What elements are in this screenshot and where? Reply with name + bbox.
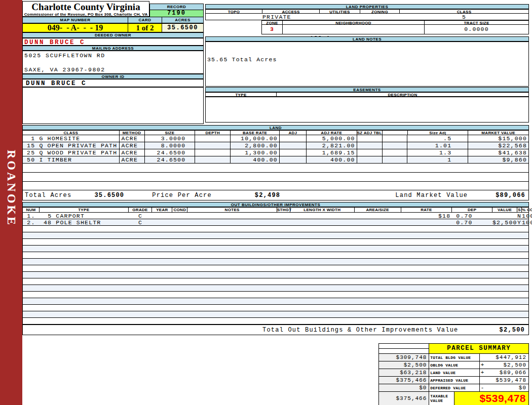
address-line-1: 5025 SCUFFLETOWN RD bbox=[23, 51, 203, 59]
col-utilities: UTILITIES bbox=[320, 10, 360, 13]
col-land-adj: ADJ bbox=[280, 131, 307, 135]
ps-current-value: $447,912 bbox=[486, 354, 528, 361]
total-acres-value: 35.6500 bbox=[94, 192, 124, 199]
ps-current-value: $89,066 bbox=[486, 369, 528, 376]
col-land-size-adj: Size Adj bbox=[408, 131, 469, 135]
col-ob-area-size: AREA/SIZE bbox=[355, 208, 401, 212]
ob-empty-row bbox=[23, 305, 528, 311]
price-per-acre-label: Price Per Acre bbox=[152, 192, 212, 199]
ps-current-cell: $539,478 bbox=[480, 377, 528, 384]
mailing-address-label: MAILING ADDRESS bbox=[22, 46, 204, 51]
taxable-value-row: $375,466 TAXABLE VALUE $539,478 bbox=[379, 392, 528, 405]
property-record-card: ROANOKE Charlotte County Virginia Commis… bbox=[0, 0, 532, 405]
land-notes-title: LAND NOTES bbox=[205, 36, 529, 42]
deeded-owner-label: DEEDED OWNER bbox=[22, 32, 204, 38]
price-per-acre-value: $2,498 bbox=[255, 192, 280, 199]
out-building-row: 1. 5 CARPORT C $18 0.70 N 100% bbox=[23, 213, 528, 219]
ps-op bbox=[480, 377, 486, 384]
ps-op: + bbox=[480, 361, 487, 369]
acres-label: ACRES bbox=[162, 17, 204, 23]
record-number: 7190 bbox=[150, 10, 203, 17]
acres-value: 35.6500 bbox=[162, 23, 204, 32]
owner-id-label: OWNER ID bbox=[22, 74, 204, 79]
parcel-summary-row: $309,748 TOTAL BLDG VALUE $447,912 bbox=[379, 354, 528, 361]
card-value: 1 of 2 bbox=[128, 23, 162, 32]
land-totals-row: Total Acres 35.6500 Price Per Acre $2,49… bbox=[22, 190, 529, 200]
parcel-summary-row: $0 DEFERRED VALUE - $0 bbox=[379, 384, 528, 392]
ob-empty-row bbox=[23, 259, 528, 265]
ob-empty-row bbox=[23, 285, 528, 292]
col-easement-type: TYPE bbox=[206, 93, 277, 96]
map-card-acres-values: 049- - A- - - 19 1 of 2 35.6500 bbox=[22, 23, 204, 32]
ob-empty-row bbox=[23, 272, 528, 278]
taxable-value: $539,478 bbox=[454, 392, 528, 405]
zoning-value bbox=[360, 14, 400, 20]
land-row: 1 G HOMESITE ACRE 3.0000 10,000.00 5,000… bbox=[23, 135, 528, 142]
land-market-value-label: Land Market Value bbox=[395, 192, 468, 199]
out-building-row: 2. 48 POLE SHELTR C 0.70 $2,500 Y 100% bbox=[23, 219, 528, 226]
col-ob-year: YEAR bbox=[152, 208, 172, 212]
land-table-rows: 1 G HOMESITE ACRE 3.0000 10,000.00 5,000… bbox=[22, 135, 529, 190]
county-name: Charlotte County Virginia bbox=[23, 2, 149, 12]
record-box: RECORD 7190 bbox=[149, 4, 204, 17]
col-ob-cond: COND bbox=[172, 208, 187, 212]
deeded-owner-value: DUNN BRUCE C bbox=[22, 38, 204, 46]
parcel-summary-title: PARCEL SUMMARY bbox=[429, 344, 528, 354]
tract-size-value: 0.0000 bbox=[425, 25, 528, 34]
col-easement-description: DESCRIPTION bbox=[277, 93, 528, 96]
map-card-acres-header: MAP NUMBER CARD ACRES bbox=[22, 17, 204, 23]
ps-op: - bbox=[480, 384, 487, 391]
col-land-method: METHOD bbox=[120, 131, 145, 135]
col-land-sz-adj-tbl: SZ ADJ TBL bbox=[357, 131, 383, 135]
ps-label: OBLDG VALUE bbox=[429, 361, 479, 369]
parcel-summary: PARCEL SUMMARY $309,748 TOTAL BLDG VALUE… bbox=[378, 343, 529, 405]
ob-empty-row bbox=[23, 239, 528, 246]
ps-op bbox=[480, 354, 486, 361]
col-land-size: SIZE bbox=[145, 131, 196, 135]
ps-label: TAXABLE VALUE bbox=[429, 392, 454, 405]
ob-empty-row bbox=[23, 298, 528, 305]
zone-values: 3 180 A Roanoke 0.0000 bbox=[261, 25, 529, 34]
easements-header: TYPE DESCRIPTION bbox=[205, 92, 529, 97]
land-market-value: $89,066 bbox=[496, 192, 525, 199]
col-ob-s: S bbox=[517, 208, 522, 212]
ps-prior-value: $309,748 bbox=[379, 354, 429, 361]
ps-label: DEFERRED VALUE bbox=[429, 384, 479, 392]
land-properties-title: LAND PROPERTIES bbox=[205, 4, 529, 9]
parcel-summary-header: PARCEL SUMMARY bbox=[379, 344, 528, 354]
ps-current-value: $539,478 bbox=[486, 377, 528, 384]
total-acres-label: Total Acres bbox=[25, 192, 71, 199]
ps-prior-value: $63,218 bbox=[379, 369, 429, 377]
land-properties-values: PRIVATE 5 bbox=[205, 14, 529, 20]
mailing-address-block: 5025 SCUFFLETOWN RD SAXE, VA 23967-9802 bbox=[22, 51, 204, 74]
zone-label: ZONE bbox=[262, 21, 283, 24]
parcel-summary-row: $63,218 LAND VALUE + $89,066 bbox=[379, 369, 528, 377]
parcel-summary-row: $375,466 APPRAISED VALUE $539,478 bbox=[379, 377, 528, 384]
zone-header: ZONE NEIGHBORHOOD TRACT SIZE bbox=[261, 20, 529, 25]
out-buildings-rows: 1. 5 CARPORT C $18 0.70 N 100% 2. 48 POL… bbox=[22, 213, 529, 325]
ob-total-value: $2,500 bbox=[500, 327, 525, 334]
ps-label: LAND VALUE bbox=[429, 369, 479, 377]
ps-prior-value: $375,466 bbox=[379, 377, 429, 384]
class-value: 5 bbox=[400, 14, 528, 20]
ob-empty-row bbox=[23, 265, 528, 272]
land-empty-row bbox=[23, 164, 528, 173]
county-title-block: Charlotte County Virginia Commissioner o… bbox=[22, 1, 149, 17]
owner-notes-empty-box bbox=[22, 87, 204, 124]
access-value: PRIVATE bbox=[262, 14, 320, 20]
tract-size-label: TRACT SIZE bbox=[425, 21, 528, 24]
land-note-text: 35.65 Total Acres bbox=[206, 42, 528, 63]
col-zoning: ZONING bbox=[360, 10, 400, 13]
owner-id-value: DUNN BRUCE C bbox=[22, 79, 204, 87]
land-row: 15 Q OPEN PRIVATE PATH ACRE 8.0000 2,800… bbox=[23, 142, 528, 149]
out-buildings-total-row: Total Out Buildings & Other Improvements… bbox=[22, 325, 529, 335]
col-topo: TOPO bbox=[206, 10, 262, 13]
ps-current-cell: + $89,066 bbox=[480, 369, 528, 377]
col-ob-pct-comp: % COMP bbox=[522, 208, 528, 212]
ps-label: APPRAISED VALUE bbox=[429, 377, 479, 384]
col-land-class: CLASS bbox=[23, 131, 120, 135]
neighborhood-label: NEIGHBORHOOD bbox=[283, 21, 425, 24]
map-number-label: MAP NUMBER bbox=[22, 17, 128, 23]
col-land-blank bbox=[383, 131, 408, 135]
col-ob-grade: GRADE bbox=[129, 208, 153, 212]
